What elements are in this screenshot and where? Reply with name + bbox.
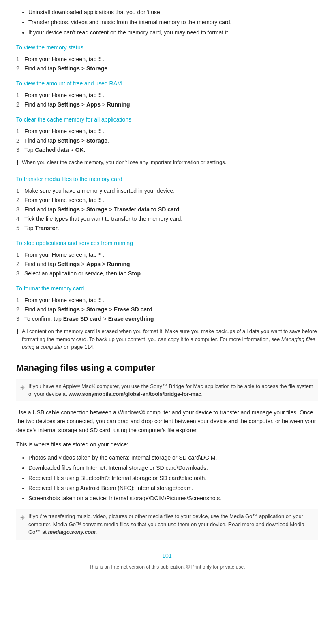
step-item: 2From your Home screen, tap ⠿. xyxy=(16,196,318,205)
step-item: 1From your Home screen, tap ⠿. xyxy=(16,127,318,136)
note-format-card: ! All content on the memory card is eras… xyxy=(16,327,318,351)
step-item: 1From your Home screen, tap ⠿. xyxy=(16,251,318,259)
section-clear-cache: To clear the cache memory for all applic… xyxy=(16,115,318,168)
heading-memory-status: To view the memory status xyxy=(16,43,318,52)
section-format-card: To format the memory card 1From your Hom… xyxy=(16,284,318,351)
step-item: 4Tick the file types that you want to tr… xyxy=(16,215,318,223)
storage-bullet-4: Received files using Android Beam (NFC):… xyxy=(28,484,318,493)
step-item: 2Find and tap Settings > Storage > Erase… xyxy=(16,305,318,314)
tip-mac: ☀ If you have an Apple® Mac® computer, y… xyxy=(16,379,318,401)
steps-clear-cache: 1From your Home screen, tap ⠿. 2Find and… xyxy=(16,127,318,154)
step-item: 2Find and tap Settings > Apps > Running. xyxy=(16,100,318,109)
note-clear-cache: ! When you clear the cache memory, you d… xyxy=(16,158,318,168)
storage-bullet-2: Downloaded files from Internet: Internal… xyxy=(28,464,318,472)
heading-free-ram: To view the amount of free and used RAM xyxy=(16,79,318,88)
exclamation-icon-2: ! xyxy=(16,326,19,337)
intro-bullet-3: If your device can't read content on the… xyxy=(28,28,318,37)
note-format-text: All content on the memory card is erased… xyxy=(22,327,318,351)
section-memory-status: To view the memory status 1From your Hom… xyxy=(16,43,318,73)
storage-bullet-3: Received files using Bluetooth®: Interna… xyxy=(28,474,318,482)
tip-mediago: ☀ If you're transferring music, video, p… xyxy=(16,509,318,540)
step-item: 2Find and tap Settings > Storage. xyxy=(16,64,318,73)
steps-stop-apps: 1From your Home screen, tap ⠿. 2Find and… xyxy=(16,251,318,278)
tip-icon-mediago: ☀ xyxy=(19,513,25,523)
intro-bullets: Uninstall downloaded applications that y… xyxy=(16,8,318,37)
step-item: 1From your Home screen, tap ⠿. xyxy=(16,91,318,100)
step-item: 3To confirm, tap Erase SD card > Erase e… xyxy=(16,315,318,323)
step-item: 2Find and tap Settings > Apps > Running. xyxy=(16,260,318,269)
step-item: 1From your Home screen, tap ⠿. xyxy=(16,296,318,305)
footer-text: This is an Internet version of this publ… xyxy=(16,563,318,571)
steps-format-card: 1From your Home screen, tap ⠿. 2Find and… xyxy=(16,296,318,323)
step-item: 3Select an application or service, then … xyxy=(16,269,318,278)
storage-bullet-1: Photos and videos taken by the camera: I… xyxy=(28,454,318,462)
page-number: 101 xyxy=(16,552,318,560)
intro-bullet-2: Transfer photos, videos and music from t… xyxy=(28,18,318,27)
note-text: When you clear the cache memory, you don… xyxy=(22,158,226,166)
para-usb: Use a USB cable connection between a Win… xyxy=(16,408,318,435)
step-item: 1Make sure you have a memory card insert… xyxy=(16,187,318,195)
section-transfer-media: To transfer media files to the memory ca… xyxy=(16,175,318,232)
section-free-ram: To view the amount of free and used RAM … xyxy=(16,79,318,109)
heading-format-card: To format the memory card xyxy=(16,284,318,293)
step-item: 3Tap Cached data > OK. xyxy=(16,146,318,154)
heading-stop-apps: To stop applications and services from r… xyxy=(16,239,318,247)
tip-icon-mac: ☀ xyxy=(19,383,25,393)
intro-bullet-1: Uninstall downloaded applications that y… xyxy=(28,8,318,17)
exclamation-icon: ! xyxy=(16,158,19,168)
storage-bullet-5: Screenshots taken on a device: Internal … xyxy=(28,494,318,503)
section-managing-files: Managing files using a computer ☀ If you… xyxy=(16,361,318,540)
steps-memory-status: 1From your Home screen, tap ⠿. 2Find and… xyxy=(16,55,318,73)
heading-transfer-media: To transfer media files to the memory ca… xyxy=(16,175,318,183)
tip-mediago-text: If you're transferring music, video, pic… xyxy=(28,512,315,536)
step-item: 2Find and tap Settings > Storage. xyxy=(16,136,318,145)
steps-transfer-media: 1Make sure you have a memory card insert… xyxy=(16,187,318,232)
step-item: 5Tap Transfer. xyxy=(16,224,318,232)
managing-files-title: Managing files using a computer xyxy=(16,361,318,374)
tip-mac-text: If you have an Apple® Mac® computer, you… xyxy=(28,382,315,398)
step-item: 3Find and tap Settings > Storage > Trans… xyxy=(16,205,318,214)
heading-clear-cache: To clear the cache memory for all applic… xyxy=(16,115,318,124)
section-stop-apps: To stop applications and services from r… xyxy=(16,239,318,278)
step-item: 1From your Home screen, tap ⠿. xyxy=(16,55,318,64)
storage-bullets: Photos and videos taken by the camera: I… xyxy=(16,454,318,503)
para-stored: This is where files are stored on your d… xyxy=(16,440,318,449)
steps-free-ram: 1From your Home screen, tap ⠿. 2Find and… xyxy=(16,91,318,109)
